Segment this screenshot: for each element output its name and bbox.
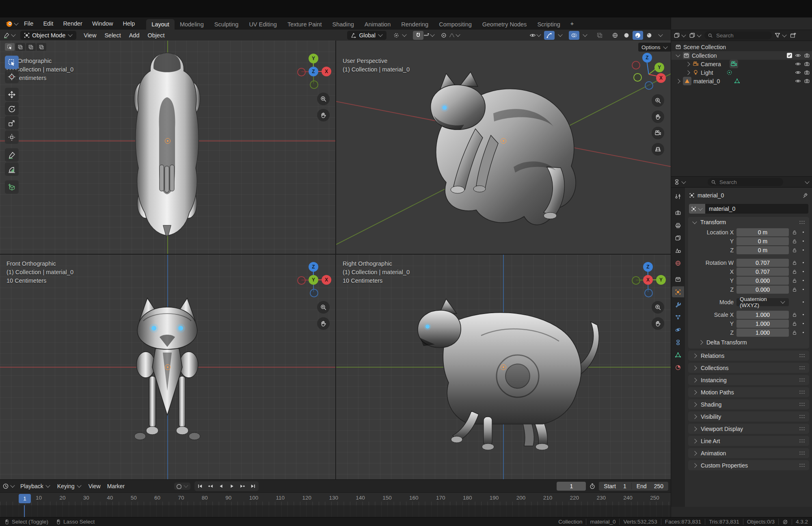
active-tool-selector[interactable] xyxy=(3,32,16,39)
xray-toggle[interactable] xyxy=(594,31,605,40)
pan-button[interactable] xyxy=(652,110,664,123)
auto-keying-toggle[interactable] xyxy=(174,483,190,490)
animate-dot-icon[interactable] xyxy=(800,278,806,283)
drag-handle-icon[interactable] xyxy=(799,390,806,394)
timeline-editor-type-button[interactable] xyxy=(2,483,15,489)
drag-handle-icon[interactable] xyxy=(799,463,806,468)
hide-in-viewport-icon[interactable] xyxy=(795,61,801,67)
tool-measure[interactable] xyxy=(5,162,19,176)
transform-panel-header[interactable]: Transform xyxy=(688,217,809,227)
gizmo-z-neg-axis[interactable] xyxy=(644,289,653,297)
model-front-view[interactable] xyxy=(124,295,211,445)
timeline-menu-item[interactable]: Playback xyxy=(17,482,54,491)
tab-collection[interactable] xyxy=(672,274,684,285)
outliner-row-camera[interactable]: Camera xyxy=(671,60,812,68)
gizmo-y-neg-axis[interactable] xyxy=(633,73,642,82)
outliner-row-light[interactable]: Light xyxy=(671,68,812,77)
gizmo-x-axis[interactable]: X xyxy=(656,73,666,83)
animate-dot-icon[interactable] xyxy=(800,269,806,274)
pin-icon[interactable] xyxy=(802,192,808,199)
lock-icon[interactable] xyxy=(792,238,797,244)
gizmo-y-axis[interactable]: Y xyxy=(654,63,664,72)
select-mode-subtract[interactable] xyxy=(26,43,36,51)
workspace-tab[interactable]: Sculpting xyxy=(209,19,244,30)
playhead[interactable]: 1 xyxy=(19,494,31,503)
workspace-tab[interactable]: Rendering xyxy=(396,19,434,30)
workspace-tab[interactable]: Geometry Nodes xyxy=(477,19,532,30)
disable-in-renders-icon[interactable] xyxy=(804,69,810,76)
timeline-menu-item[interactable]: Marker xyxy=(104,482,128,491)
drag-handle-icon[interactable] xyxy=(799,414,806,419)
shading-solid-button[interactable] xyxy=(621,31,632,40)
snap-settings[interactable] xyxy=(424,31,434,40)
end-frame-field[interactable]: End250 xyxy=(631,483,668,489)
collapsed-panel[interactable]: Line Art xyxy=(688,436,809,446)
outliner-search-input[interactable] xyxy=(715,32,769,39)
navigation-gizmo[interactable]: Z X Y xyxy=(295,261,332,299)
collapsed-panel[interactable]: Custom Properties xyxy=(688,460,809,470)
animate-dot-icon[interactable] xyxy=(800,260,806,265)
animate-dot-icon[interactable] xyxy=(800,300,806,304)
collapsed-panel[interactable]: Relations xyxy=(688,351,809,361)
tab-modifiers[interactable] xyxy=(672,299,684,310)
zoom-button[interactable] xyxy=(652,94,664,107)
field-value[interactable]: 0 m xyxy=(736,237,789,245)
collection-checkbox[interactable] xyxy=(787,53,792,58)
gizmo-z-axis[interactable]: Z xyxy=(309,262,318,272)
menubar-item[interactable]: Help xyxy=(118,20,140,27)
navigation-gizmo[interactable]: Y X Z xyxy=(295,53,332,90)
field-value[interactable]: 0.000 xyxy=(736,286,789,294)
collapsed-panel[interactable]: Viewport Display xyxy=(688,424,809,434)
properties-search-input[interactable] xyxy=(719,179,780,186)
timeline-menu-item[interactable]: View xyxy=(85,482,104,491)
gizmo-z-axis[interactable]: Z xyxy=(309,67,318,76)
workspace-tab[interactable]: UV Editing xyxy=(244,19,282,30)
collapsed-panel[interactable]: Instancing xyxy=(688,375,809,385)
tool-3d-cursor[interactable] xyxy=(5,70,19,83)
lock-icon[interactable] xyxy=(792,260,797,266)
lock-icon[interactable] xyxy=(792,330,797,336)
object-name-value[interactable]: material_0 xyxy=(705,204,808,214)
shading-material-button[interactable] xyxy=(633,31,643,40)
gizmo-y-neg-axis[interactable] xyxy=(310,80,318,89)
rotation-mode-dropdown[interactable]: Quaternion (WXYZ) xyxy=(736,298,789,306)
previous-keyframe-button[interactable] xyxy=(206,482,216,490)
workspace-tab[interactable]: Compositing xyxy=(434,19,477,30)
viewport-menu-item[interactable]: Add xyxy=(125,32,144,39)
properties-search[interactable] xyxy=(708,178,783,186)
new-collection-button[interactable] xyxy=(790,32,796,39)
jump-to-end-button[interactable] xyxy=(248,482,258,490)
lock-icon[interactable] xyxy=(792,247,797,253)
mode-selector[interactable]: Object Mode xyxy=(20,31,76,40)
gizmo-y-axis[interactable]: Y xyxy=(309,54,318,63)
tab-tool[interactable] xyxy=(672,191,684,202)
tab-constraints[interactable] xyxy=(672,337,684,348)
start-frame-field[interactable]: Start1 xyxy=(599,483,631,489)
workspace-tab[interactable]: Modeling xyxy=(175,19,209,30)
lock-icon[interactable] xyxy=(792,278,797,284)
animate-dot-icon[interactable] xyxy=(800,321,806,326)
field-value[interactable]: 1.000 xyxy=(736,320,789,328)
select-mode-set[interactable] xyxy=(5,43,15,51)
lock-icon[interactable] xyxy=(792,269,797,275)
lock-icon[interactable] xyxy=(792,287,797,292)
hide-in-viewport-icon[interactable] xyxy=(795,69,801,76)
gizmo-settings[interactable] xyxy=(555,31,566,40)
snap-toggle[interactable] xyxy=(413,31,423,40)
properties-editor-type-button[interactable] xyxy=(674,179,687,185)
expand-icon[interactable] xyxy=(685,62,690,66)
lock-icon[interactable] xyxy=(792,321,797,327)
disable-in-renders-icon[interactable] xyxy=(804,52,810,58)
expand-icon[interactable] xyxy=(685,70,690,75)
hide-in-viewport-icon[interactable] xyxy=(795,52,801,58)
collapsed-panel[interactable]: Motion Paths xyxy=(688,387,809,397)
select-mode-intersect[interactable] xyxy=(37,43,46,51)
options-dropdown[interactable]: Options xyxy=(638,43,672,52)
field-value[interactable]: 0.000 xyxy=(736,277,789,285)
drag-handle-icon[interactable] xyxy=(799,402,806,407)
model-top-view[interactable] xyxy=(119,48,215,239)
tool-rotate[interactable] xyxy=(5,102,19,115)
viewport-top-orthographic[interactable]: Top Orthographic(1) Collection | materia… xyxy=(0,41,335,254)
drag-handle-icon[interactable] xyxy=(799,451,806,455)
field-value[interactable]: 0.707 xyxy=(736,259,789,267)
